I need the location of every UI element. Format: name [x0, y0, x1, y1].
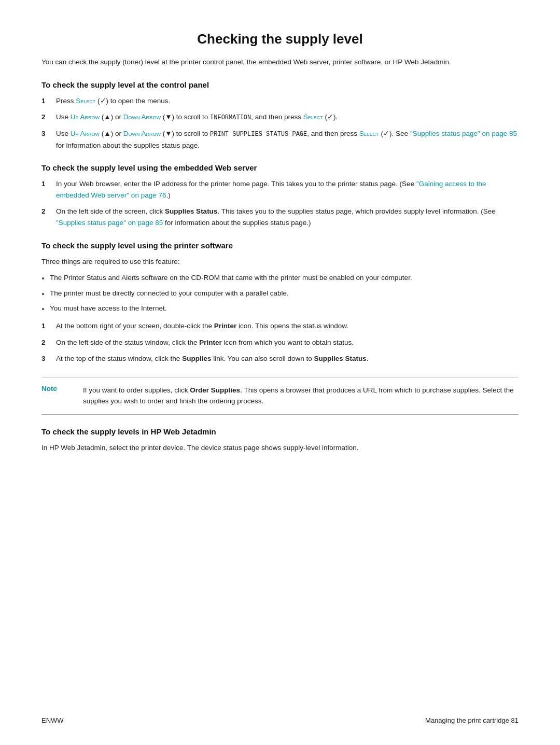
- ps-step-3: At the top of the status window, click t…: [41, 353, 519, 364]
- section-control-panel: To check the supply level at the control…: [41, 80, 519, 151]
- ps-step-1: At the bottom right of your screen, doub…: [41, 320, 519, 332]
- embedded-web-steps: In your Web browser, enter the IP addres…: [41, 178, 519, 228]
- intro-paragraph: You can check the supply (toner) level a…: [41, 57, 519, 68]
- supplies-status-bold-2: Supplies Status: [314, 355, 367, 362]
- page-footer: ENWW Managing the print cartridge 81: [41, 716, 519, 724]
- printer-software-intro: Three things are required to use this fe…: [41, 256, 519, 268]
- printer-software-bullets: The Printer Status and Alerts software o…: [41, 272, 519, 314]
- note-content: If you want to order supplies, click Ord…: [83, 385, 519, 407]
- section-heading-hp-jetadmin: To check the supply levels in HP Web Jet…: [41, 427, 519, 436]
- select-text-2: Select: [303, 113, 323, 121]
- footer-right: Managing the print cartridge 81: [425, 716, 519, 724]
- link-supplies-status-85[interactable]: "Supplies status page" on page 85: [410, 130, 517, 137]
- note-section: Note If you want to order supplies, clic…: [41, 377, 519, 415]
- control-panel-steps: Press Select (✓) to open the menus. Use …: [41, 95, 519, 151]
- link-embedded-web-76[interactable]: "Gaining access to the embedded Web serv…: [56, 180, 486, 199]
- section-embedded-web: To check the supply level using the embe…: [41, 163, 519, 228]
- printer-software-steps: At the bottom right of your screen, doub…: [41, 320, 519, 364]
- page-content: Checking the supply level You can check …: [0, 0, 560, 507]
- code-information: INFORMATION: [210, 114, 251, 121]
- up-arrow-text-2: Up Arrow: [71, 130, 100, 137]
- cp-step-2: Use Up Arrow (▲) or Down Arrow (▼) to sc…: [41, 111, 519, 123]
- select-text-3: Select: [359, 130, 379, 137]
- ps-step-2: On the left side of the status window, c…: [41, 337, 519, 348]
- section-heading-control-panel: To check the supply level at the control…: [41, 80, 519, 89]
- down-arrow-text-2: Down Arrow: [123, 130, 161, 137]
- printer-bold-2: Printer: [199, 339, 222, 346]
- link-supplies-status-85b[interactable]: "Supplies status page" on page 85: [56, 219, 163, 227]
- section-printer-software: To check the supply level using the prin…: [41, 241, 519, 364]
- page-title: Checking the supply level: [41, 31, 519, 47]
- supplies-status-bold-1: Supplies Status: [165, 207, 217, 215]
- supplies-bold: Supplies: [182, 355, 211, 362]
- order-supplies-bold: Order Supplies: [190, 386, 240, 394]
- note-label: Note: [41, 385, 73, 407]
- footer-left: ENWW: [41, 716, 64, 724]
- bullet-1: The Printer Status and Alerts software o…: [41, 272, 519, 284]
- section-hp-jetadmin: To check the supply levels in HP Web Jet…: [41, 427, 519, 454]
- ew-step-1: In your Web browser, enter the IP addres…: [41, 178, 519, 201]
- select-text-1: Select: [76, 97, 95, 105]
- code-print-supplies: PRINT SUPPLIES STATUS PAGE: [210, 131, 307, 138]
- bullet-3: You must have access to the Internet.: [41, 303, 519, 314]
- hp-jetadmin-text: In HP Web Jetadmin, select the printer d…: [41, 442, 519, 454]
- down-arrow-text-1: Down Arrow: [123, 113, 161, 121]
- ew-step-2: On the left side of the screen, click Su…: [41, 206, 519, 228]
- up-arrow-text-1: Up Arrow: [71, 113, 100, 121]
- section-heading-embedded-web: To check the supply level using the embe…: [41, 163, 519, 172]
- bullet-2: The printer must be directly connected t…: [41, 288, 519, 299]
- cp-step-3: Use Up Arrow (▲) or Down Arrow (▼) to sc…: [41, 128, 519, 151]
- printer-bold-1: Printer: [214, 322, 237, 330]
- cp-step-1: Press Select (✓) to open the menus.: [41, 95, 519, 107]
- section-heading-printer-software: To check the supply level using the prin…: [41, 241, 519, 250]
